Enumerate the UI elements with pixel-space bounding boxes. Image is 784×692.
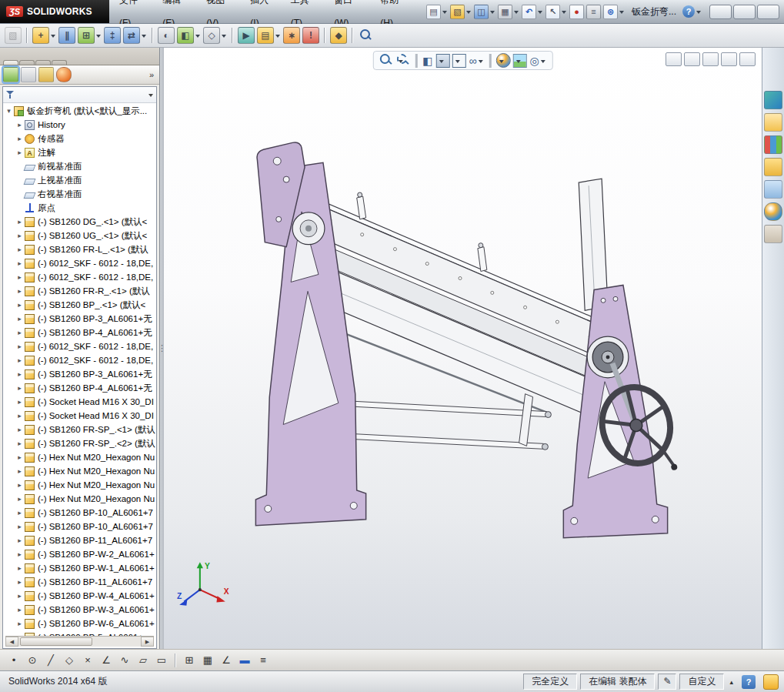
tab-evaluate[interactable] xyxy=(52,60,67,65)
grid-system-button[interactable]: ▦ xyxy=(199,653,216,668)
tree-item[interactable]: 前视基准面 xyxy=(3,159,156,173)
edit-component-button[interactable]: ▧ xyxy=(4,26,22,45)
zoom-to-area-button[interactable] xyxy=(395,53,410,68)
tree-item[interactable]: (-) SB1260 BP_.<1> (默认< xyxy=(3,298,156,312)
expander-icon[interactable] xyxy=(15,450,24,464)
expander-icon[interactable] xyxy=(15,367,24,381)
featuremanager-tree-tab[interactable] xyxy=(3,67,18,82)
close-button[interactable] xyxy=(757,5,779,19)
tree-item[interactable]: History xyxy=(3,118,156,132)
expander-icon[interactable] xyxy=(15,561,24,575)
new-document-button[interactable]: ▤ xyxy=(425,4,449,20)
expander-icon[interactable] xyxy=(15,464,24,478)
doc-close-button[interactable] xyxy=(739,52,756,66)
expander-icon[interactable] xyxy=(15,630,24,636)
view-orientation-button[interactable] xyxy=(436,54,450,68)
zoom-to-fit-button[interactable] xyxy=(379,53,393,68)
home-tab[interactable] xyxy=(764,113,782,132)
chevron-down-icon[interactable] xyxy=(148,94,153,99)
chevron-down-icon[interactable] xyxy=(455,58,461,64)
tree-item[interactable]: (-) Socket Head M16 X 30_DI xyxy=(3,409,156,423)
expander-icon[interactable] xyxy=(15,520,24,533)
tree-item[interactable]: 注解 xyxy=(3,145,156,159)
scrollbar-thumb[interactable] xyxy=(20,637,92,646)
expander-icon[interactable] xyxy=(15,118,24,132)
move-component-button[interactable]: ⇄ xyxy=(122,26,148,45)
tree-item[interactable]: (-) SB1260 BP-W-3_AL6061+ xyxy=(3,603,156,617)
tree-item[interactable]: (-) SB1260 BP-3_AL6061+无 xyxy=(3,312,156,326)
tree-item[interactable]: (-) Hex Nut M20_Hexagon Nu xyxy=(3,492,156,506)
apply-scene-button[interactable] xyxy=(513,54,527,68)
tree-item[interactable]: 原点 xyxy=(3,201,156,215)
displaymanager-tab[interactable] xyxy=(56,67,72,82)
expander-icon[interactable] xyxy=(15,312,24,326)
instant3d-button[interactable]: ◆ xyxy=(329,26,348,45)
polygon-tool-button[interactable]: ◇ xyxy=(61,653,78,668)
solidworks-resources-tab[interactable] xyxy=(764,91,782,109)
chevron-down-icon[interactable] xyxy=(221,32,227,38)
doc-restore-button[interactable] xyxy=(721,52,737,66)
expander-icon[interactable] xyxy=(15,409,24,423)
linear-component-pattern-button[interactable]: ⊞ xyxy=(77,26,102,45)
appearances-tab[interactable] xyxy=(764,202,782,221)
chevron-down-icon[interactable] xyxy=(515,58,522,64)
exploded-view-button[interactable]: ∗ xyxy=(282,26,301,45)
expander-icon[interactable] xyxy=(15,617,24,630)
graphics-viewport[interactable]: ◧ ∞ xyxy=(164,48,762,649)
rapid-sketch-button[interactable]: ▬ xyxy=(236,653,253,668)
circle-tool-button[interactable]: ⊙ xyxy=(24,653,41,668)
tree-item[interactable]: (-) 6012_SKF - 6012 - 18,DE, xyxy=(3,270,156,284)
doc-minimize-button[interactable] xyxy=(702,52,719,66)
chevron-down-icon[interactable] xyxy=(489,8,495,15)
file-properties-button[interactable]: ≡ xyxy=(585,4,602,20)
expander-icon[interactable] xyxy=(15,381,24,395)
tree-item[interactable]: (-) Hex Nut M20_Hexagon Nu xyxy=(3,478,156,492)
expander-icon[interactable] xyxy=(5,104,13,118)
tree-item[interactable]: (-) SB1260 BP-W-2_AL6061+ xyxy=(3,547,156,561)
smart-fasteners-button[interactable]: ‡ xyxy=(103,26,122,45)
hide-show-items-button[interactable]: ∞ xyxy=(469,55,485,67)
tree-item[interactable]: (-) SB1260 BP-4_AL6061+无 xyxy=(3,381,156,395)
print-button[interactable]: ▦ xyxy=(497,4,520,20)
custom-properties-tab[interactable] xyxy=(764,225,782,243)
expander-icon[interactable] xyxy=(15,298,24,312)
tree-item[interactable]: 上视基准面 xyxy=(3,173,156,187)
sketch-chamfer-button[interactable]: ∠ xyxy=(98,653,115,668)
expander-icon[interactable] xyxy=(15,423,24,436)
expander-icon[interactable] xyxy=(15,326,24,339)
expander-icon[interactable] xyxy=(15,547,24,561)
save-button[interactable]: ◫ xyxy=(473,4,496,20)
chevron-down-icon[interactable] xyxy=(275,32,281,38)
file-explorer-tab[interactable] xyxy=(764,158,782,176)
tree-item[interactable]: (-) SB1260 BP-5_AL6061+... xyxy=(3,630,156,636)
expander-icon[interactable] xyxy=(15,575,24,589)
tree-item[interactable]: (-) SB1260 BP-4_AL6061+无 xyxy=(3,326,156,339)
tab-assembly[interactable] xyxy=(3,60,18,65)
linear-sketch-pattern-button[interactable]: ⊞ xyxy=(181,653,198,668)
tree-item[interactable]: (-) SB1260 BP-10_AL6061+7 xyxy=(3,506,156,520)
point-tool-button[interactable]: • xyxy=(5,653,22,668)
tree-item[interactable]: (-) Hex Nut M20_Hexagon Nu xyxy=(3,450,156,464)
tree-item[interactable]: (-) SB1260 BP-11_AL6061+7 xyxy=(3,575,156,589)
expander-icon[interactable] xyxy=(15,589,24,603)
tree-item[interactable]: (-) Hex Nut M20_Hexagon Nu xyxy=(3,464,156,478)
expander-icon[interactable] xyxy=(15,215,24,229)
tree-item[interactable]: (-) SB1260 BP-W-4_AL6061+ xyxy=(3,589,156,603)
view-palette-tab[interactable] xyxy=(764,180,782,199)
expander-icon[interactable] xyxy=(15,270,24,284)
chevron-down-icon[interactable] xyxy=(561,8,567,15)
reference-geometry-button[interactable]: ◇ xyxy=(202,26,228,45)
help-icon[interactable]: ? xyxy=(682,5,695,18)
assembly-model[interactable] xyxy=(164,48,762,649)
help-button[interactable]: ? xyxy=(742,675,756,689)
help-search-button[interactable]: ? xyxy=(682,5,702,18)
expander-icon[interactable] xyxy=(15,478,24,492)
tree-item[interactable]: (-) SB1260 BP-W-6_AL6061+ xyxy=(3,617,156,630)
four-pane-button[interactable] xyxy=(684,52,700,66)
tree-filter-dropdown[interactable] xyxy=(3,87,156,103)
expander-icon[interactable] xyxy=(15,395,24,409)
split-pane-button[interactable] xyxy=(666,52,682,66)
tree-item[interactable]: (-) SB1260 BP-3_AL6061+无 xyxy=(3,367,156,381)
chevron-down-icon[interactable] xyxy=(465,8,472,15)
expander-icon[interactable] xyxy=(15,284,24,298)
